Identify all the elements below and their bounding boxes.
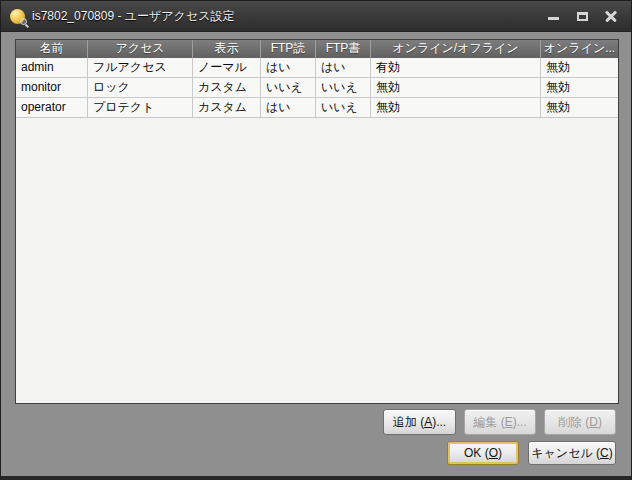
cell-ftp-read: はい: [261, 98, 316, 117]
column-header-access[interactable]: アクセス: [88, 40, 193, 58]
edit-button-mnemonic: E: [505, 415, 513, 429]
delete-button[interactable]: 削除 (D): [544, 409, 616, 435]
cell-ftp-write: はい: [316, 58, 371, 77]
ok-button-label: OK (: [464, 446, 489, 460]
maximize-button[interactable]: [574, 8, 590, 24]
column-header-online-offline[interactable]: オンライン/オフライン: [371, 40, 541, 58]
cell-ftp-read: はい: [261, 58, 316, 77]
edit-button[interactable]: 編集 (E)...: [464, 409, 536, 435]
window-title: is7802_070809 - ユーザアクセス設定: [32, 8, 234, 25]
cancel-button-label: キャンセル (: [531, 445, 600, 462]
ok-button[interactable]: OK (O): [447, 441, 519, 465]
table-row[interactable]: admin フルアクセス ノーマル はい はい 有効 無効: [16, 58, 618, 78]
column-header-name[interactable]: 名前: [16, 40, 88, 58]
cell-display: カスタム: [193, 78, 261, 97]
table-panel: 名前 アクセス 表示 FTP読 FTP書 オンライン/オフライン オンライン..…: [15, 39, 619, 404]
ok-button-mnemonic: O: [489, 446, 498, 460]
cancel-button-suffix: ): [609, 446, 613, 460]
column-header-display[interactable]: 表示: [193, 40, 261, 58]
close-icon: [605, 10, 617, 22]
edit-button-suffix: )...: [513, 415, 527, 429]
minimize-icon: [548, 17, 559, 20]
table-row[interactable]: monitor ロック カスタム いいえ いいえ 無効 無効: [16, 78, 618, 98]
cell-name: operator: [16, 98, 88, 117]
magnifier-handle: [25, 24, 29, 28]
app-icon: [10, 9, 25, 24]
cell-access: ロック: [88, 78, 193, 97]
cell-access: プロテクト: [88, 98, 193, 117]
column-header-online-truncated[interactable]: オンライン...: [541, 40, 618, 58]
cell-online-truncated: 無効: [541, 98, 618, 117]
delete-button-label: 削除 (: [558, 414, 589, 431]
cell-online-truncated: 無効: [541, 58, 618, 77]
cell-online-offline: 無効: [371, 98, 541, 117]
cell-display: カスタム: [193, 98, 261, 117]
add-button-suffix: )...: [432, 415, 446, 429]
close-button[interactable]: [603, 8, 619, 24]
ok-button-suffix: ): [498, 446, 502, 460]
minimize-button[interactable]: [545, 8, 561, 24]
edit-button-label: 編集 (: [473, 414, 504, 431]
add-button-label: 追加 (: [393, 414, 424, 431]
cancel-button-mnemonic: C: [600, 446, 609, 460]
delete-button-mnemonic: D: [589, 415, 598, 429]
column-header-ftp-read[interactable]: FTP読: [261, 40, 316, 58]
cell-access: フルアクセス: [88, 58, 193, 77]
cell-ftp-write: いいえ: [316, 98, 371, 117]
cancel-button[interactable]: キャンセル (C): [528, 441, 616, 465]
delete-button-suffix: ): [598, 415, 602, 429]
column-header-ftp-write[interactable]: FTP書: [316, 40, 371, 58]
table-header: 名前 アクセス 表示 FTP読 FTP書 オンライン/オフライン オンライン..…: [16, 40, 618, 58]
add-button-mnemonic: A: [424, 415, 432, 429]
cell-online-offline: 有効: [371, 58, 541, 77]
cell-online-truncated: 無効: [541, 78, 618, 97]
cell-ftp-read: いいえ: [261, 78, 316, 97]
window-controls: [545, 8, 619, 24]
cell-ftp-write: いいえ: [316, 78, 371, 97]
cell-online-offline: 無効: [371, 78, 541, 97]
cell-name: admin: [16, 58, 88, 77]
add-button[interactable]: 追加 (A)...: [383, 409, 456, 435]
maximize-icon: [577, 12, 588, 21]
cell-display: ノーマル: [193, 58, 261, 77]
cell-name: monitor: [16, 78, 88, 97]
titlebar: is7802_070809 - ユーザアクセス設定: [1, 1, 631, 32]
table-row[interactable]: operator プロテクト カスタム はい いいえ 無効 無効: [16, 98, 618, 118]
user-access-settings-dialog: is7802_070809 - ユーザアクセス設定 名前 アクセス 表示 FTP…: [0, 0, 632, 480]
